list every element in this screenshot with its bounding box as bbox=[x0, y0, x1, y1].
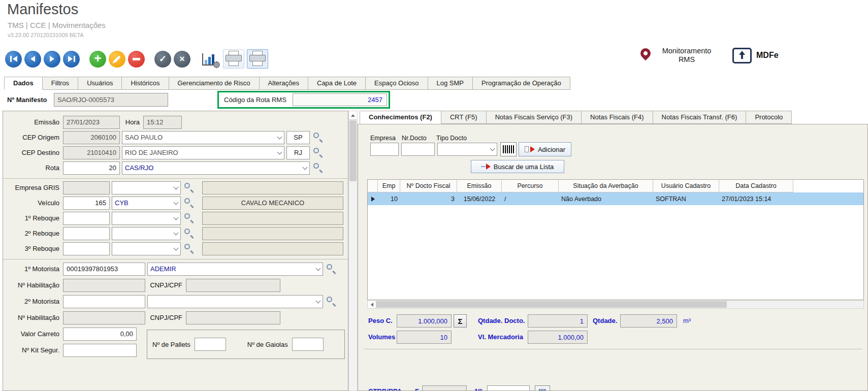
form-vertical-scrollbar[interactable] bbox=[348, 111, 358, 391]
chart-settings-button[interactable] bbox=[200, 49, 220, 69]
reboque1-combo[interactable] bbox=[112, 212, 181, 225]
cep-destino-city-combo: RIO DE JANEIRO bbox=[122, 146, 284, 159]
conhecimentos-content: Empresa Nr.Docto Tipo Docto Adicionar Bu… bbox=[358, 124, 868, 391]
app-window: Manifestos TMS | CCE | Movimentações v3.… bbox=[0, 0, 868, 391]
tab-notas-fiscais-transf[interactable]: Notas Fiscais Transf. (F6) bbox=[653, 111, 747, 124]
rota-rms-value-field[interactable]: 2457 bbox=[293, 93, 387, 106]
reboque3-combo[interactable] bbox=[112, 242, 181, 255]
confirm-button[interactable]: ✓ bbox=[154, 51, 171, 68]
scroll-left-button[interactable] bbox=[368, 301, 376, 308]
reboque3-search-button[interactable] bbox=[183, 242, 196, 255]
version-label: v3.23.00 270120231009 BETA bbox=[8, 32, 84, 38]
gaiolas-field[interactable] bbox=[292, 338, 324, 351]
grid-header-usuario[interactable]: Usuário Cadastro bbox=[653, 180, 719, 192]
main-tabs: Dados Filtros Usuários Históricos Gerenc… bbox=[4, 77, 570, 90]
mdfe-label: MDFe bbox=[756, 51, 779, 60]
tab-notas-fiscais[interactable]: Notas Fiscais (F4) bbox=[581, 111, 653, 124]
empresa-gris-search-button[interactable] bbox=[183, 181, 196, 194]
manifest-form-panel: Emissão 27/01/2023 Hora 15:12 CEP Origem… bbox=[3, 111, 348, 391]
empresa-label: Empresa bbox=[370, 135, 396, 142]
vl-mercadoria-field: 1.000,00 bbox=[528, 331, 588, 344]
reboque2-search-button[interactable] bbox=[183, 227, 196, 240]
grid-header-data-cadastro[interactable]: Data Cadastro bbox=[719, 180, 793, 192]
table-row[interactable]: 10 3 15/06/2022 / Não Averbado SOFTRAN 2… bbox=[368, 192, 863, 205]
tab-crt[interactable]: CRT (F5) bbox=[441, 111, 487, 124]
delete-button[interactable] bbox=[128, 51, 145, 68]
tab-historicos[interactable]: Históricos bbox=[121, 77, 169, 90]
separator bbox=[364, 349, 862, 349]
grid-header-percurso[interactable]: Percurso bbox=[502, 180, 559, 192]
tab-capa-de-lote[interactable]: Capa de Lote bbox=[308, 77, 366, 90]
tab-filtros[interactable]: Filtros bbox=[42, 77, 78, 90]
grid-header-emp[interactable]: Emp bbox=[378, 180, 400, 192]
edit-button[interactable] bbox=[109, 51, 125, 68]
scroll-up-button[interactable] bbox=[349, 111, 357, 120]
nav-last-button[interactable] bbox=[63, 51, 80, 68]
motorista2-code-field[interactable] bbox=[63, 295, 145, 308]
tipo-docto-combo[interactable] bbox=[437, 143, 497, 156]
add-button[interactable]: + bbox=[89, 51, 106, 68]
tab-usuarios[interactable]: Usuários bbox=[78, 77, 122, 90]
grid-header-situacao[interactable]: Situação da Averbação bbox=[559, 180, 653, 192]
page-title: Manifestos bbox=[7, 1, 78, 18]
monitoramento-rms-button[interactable]: Monitoramento RMS bbox=[655, 47, 718, 64]
tab-log-smp[interactable]: Log SMP bbox=[428, 77, 473, 90]
ctrb-numero-field[interactable] bbox=[487, 385, 530, 391]
rota-search-button[interactable] bbox=[312, 161, 325, 175]
reboque3-code-field[interactable] bbox=[63, 242, 110, 255]
barcode-button[interactable] bbox=[500, 142, 517, 156]
print-preview-button[interactable] bbox=[247, 49, 268, 69]
reboque1-code-field[interactable] bbox=[63, 212, 110, 225]
grid-header-emissao[interactable]: Emissão bbox=[457, 180, 502, 192]
ctrb-lookup-button[interactable] bbox=[535, 385, 550, 391]
scrollbar-thumb[interactable] bbox=[376, 301, 727, 308]
cep-destino-search-button[interactable] bbox=[312, 146, 325, 159]
veiculo-search-button[interactable] bbox=[183, 197, 196, 210]
reboque2-combo[interactable] bbox=[112, 227, 181, 240]
empresa-input[interactable] bbox=[370, 143, 399, 156]
cnpj-cpf1-field bbox=[186, 279, 280, 292]
rota-code-field[interactable]: 20 bbox=[63, 161, 120, 175]
search-icon bbox=[190, 235, 194, 239]
tab-espaco-ocioso[interactable]: Espaço Ocioso bbox=[365, 77, 428, 90]
motorista1-code-field[interactable]: 00019397801953 bbox=[63, 263, 145, 276]
motorista2-search-button[interactable] bbox=[325, 295, 338, 308]
grid-horizontal-scrollbar[interactable] bbox=[367, 300, 864, 309]
tab-programacao-de-operacao[interactable]: Programação de Operação bbox=[472, 77, 570, 90]
scrollbar-thumb[interactable] bbox=[349, 120, 357, 181]
tab-protocolo[interactable]: Protocolo bbox=[746, 111, 792, 124]
motorista2-combo[interactable] bbox=[147, 295, 323, 308]
sum-button[interactable]: Σ bbox=[454, 314, 467, 328]
print-button[interactable] bbox=[223, 49, 244, 69]
mdfe-button[interactable]: MDFe bbox=[732, 48, 779, 63]
tab-notas-fiscais-servico[interactable]: Notas Fiscais Serviço (F3) bbox=[486, 111, 582, 124]
veiculo-plate-value: CYB bbox=[115, 199, 174, 207]
motorista1-search-button[interactable] bbox=[325, 263, 338, 276]
rota-combo[interactable]: CAS/RJO bbox=[122, 161, 310, 175]
kit-segur-field[interactable] bbox=[63, 344, 137, 357]
veiculo-combo[interactable]: CYB bbox=[112, 197, 181, 210]
veiculo-code-field[interactable]: 165 bbox=[63, 197, 110, 210]
nav-previous-button[interactable] bbox=[24, 51, 41, 68]
tab-conhecimentos[interactable]: Conhecimentos (F2) bbox=[360, 111, 441, 124]
tab-alteracoes[interactable]: Alterações bbox=[259, 77, 308, 90]
pallets-field[interactable] bbox=[195, 338, 226, 351]
adicionar-button[interactable]: Adicionar bbox=[519, 142, 571, 156]
motorista1-combo[interactable]: ADEMIR bbox=[147, 263, 323, 276]
reboque1-search-button[interactable] bbox=[183, 212, 196, 225]
tab-dados[interactable]: Dados bbox=[4, 77, 43, 90]
qtd-docto-field: 1 bbox=[528, 314, 588, 328]
cep-destino-row: CEP Destino 21010410 RIO DE JANEIRO RJ bbox=[3, 146, 348, 159]
cep-origem-search-button[interactable] bbox=[312, 131, 325, 144]
tab-gerenciamento-de-risco[interactable]: Gerenciamento de Risco bbox=[169, 77, 260, 90]
valor-carreto-field[interactable]: 0,00 bbox=[63, 328, 137, 341]
vl-mercadoria-label: Vl. Mercadoria bbox=[478, 333, 523, 341]
cancel-button[interactable]: × bbox=[174, 51, 190, 68]
buscar-lista-button[interactable]: Buscar de uma Lista bbox=[471, 160, 564, 173]
nav-first-button[interactable] bbox=[5, 51, 22, 68]
nav-next-button[interactable] bbox=[44, 51, 60, 68]
reboque2-code-field[interactable] bbox=[63, 227, 110, 240]
nr-docto-input[interactable] bbox=[401, 143, 435, 156]
veiculo-tipo-box: CAVALO MECANICO bbox=[202, 197, 343, 210]
grid-header-docto[interactable]: Nº Docto Fiscal bbox=[400, 180, 457, 192]
